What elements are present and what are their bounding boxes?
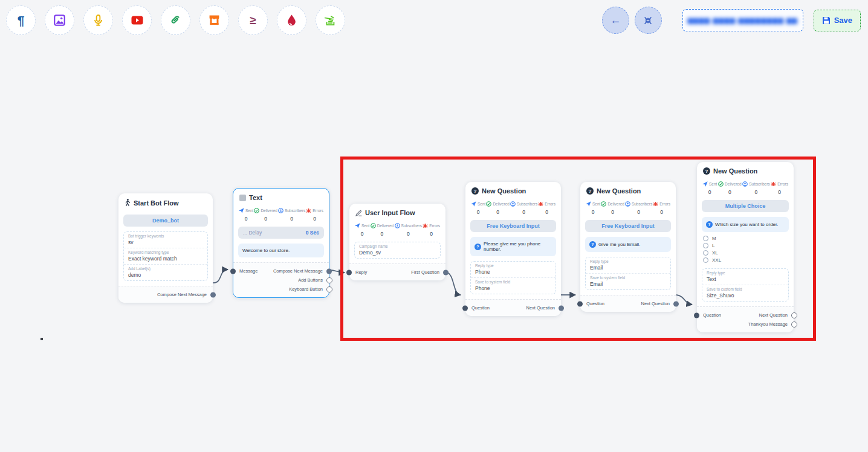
- save-label: Save: [834, 16, 852, 25]
- reply-type-button[interactable]: Free Keyboard Input: [470, 220, 556, 232]
- option-xl[interactable]: XL: [703, 249, 788, 256]
- condition-element-button[interactable]: ≥: [238, 5, 268, 35]
- delay-setting[interactable]: ... Delay 0 Sec: [238, 227, 324, 239]
- question-preview[interactable]: ? Which size you want to order.: [702, 217, 789, 232]
- back-button[interactable]: ←: [602, 7, 629, 34]
- node-title: New Question: [713, 167, 757, 175]
- output-port-compose-next-message[interactable]: [326, 268, 332, 274]
- node-header: Start Bot Flow: [118, 193, 213, 210]
- field-reply-type[interactable]: Reply type Email: [586, 257, 670, 273]
- sent-icon: [702, 181, 708, 187]
- output-label: Keyboard Button: [289, 286, 323, 292]
- file-element-button[interactable]: [161, 5, 190, 35]
- node-title: New Question: [482, 187, 526, 195]
- drip-element-button[interactable]: [277, 5, 306, 35]
- sent-icon: [471, 201, 476, 207]
- node-question-phone[interactable]: ? New Question Sent 0 Delivered 0 Subscr…: [465, 182, 561, 316]
- stats-row: Sent 0 Delivered 0 Subscribers 0 Errors …: [349, 219, 445, 237]
- start-fields: Bot trigger keywords sv Keyword matching…: [123, 231, 208, 281]
- field-add-labels[interactable]: Add Label(s) demo: [124, 264, 207, 280]
- field-save-to-system-field[interactable]: Save to system field Phone: [471, 277, 555, 294]
- text-element-button[interactable]: ¶: [6, 5, 36, 35]
- question-preview[interactable]: ? Give me you Email.: [585, 237, 671, 252]
- node-question-email[interactable]: ? New Question Sent 0 Delivered 0 Subscr…: [580, 182, 676, 312]
- input-label: Question: [703, 312, 721, 318]
- video-element-button[interactable]: [122, 5, 152, 35]
- flow-canvas[interactable]: Start Bot Flow Demo_bot Bot trigger keyw…: [0, 0, 868, 452]
- input-port-question[interactable]: [577, 301, 583, 306]
- field-bot-trigger-keywords[interactable]: Bot trigger keywords sv: [124, 232, 207, 248]
- field-reply-type[interactable]: Reply type Phone: [471, 262, 555, 277]
- output-port-thankyou-message[interactable]: [791, 321, 797, 328]
- node-footer: Reply First Question: [349, 263, 445, 280]
- walking-person-icon: [125, 199, 131, 207]
- node-header: User Input Flow: [349, 204, 445, 219]
- node-footer: Compose Next Message: [118, 286, 213, 303]
- input-port-question[interactable]: [694, 312, 699, 318]
- errors-icon: [538, 201, 543, 207]
- audio-element-button[interactable]: [83, 5, 113, 35]
- node-start-bot-flow[interactable]: Start Bot Flow Demo_bot Bot trigger keyw…: [118, 193, 213, 303]
- ecommerce-element-button[interactable]: [199, 5, 229, 35]
- stats-row: Sent 0 Delivered 0 Subscribers 0 Errors …: [465, 198, 561, 215]
- reply-type-button[interactable]: Free Keyboard Input: [585, 220, 671, 232]
- radio-icon[interactable]: [703, 236, 708, 241]
- reply-type-button[interactable]: Multiple Choice: [702, 200, 789, 212]
- paperclip-icon: [170, 15, 181, 26]
- option-m[interactable]: M: [703, 234, 788, 242]
- output-port-keyboard-button[interactable]: [326, 286, 332, 292]
- save-button[interactable]: Save: [814, 10, 861, 31]
- radio-icon[interactable]: [703, 257, 708, 263]
- question-icon: ?: [703, 167, 710, 175]
- errors-icon: [423, 223, 428, 228]
- errors-icon: [771, 181, 776, 187]
- output-port-next-question[interactable]: [791, 312, 797, 318]
- delivered-icon: [718, 181, 724, 187]
- output-port-compose-next-message[interactable]: [210, 292, 216, 297]
- input-label: Reply: [355, 270, 367, 275]
- message-preview[interactable]: Welcome to our store.: [238, 244, 324, 257]
- output-label: Next Question: [526, 305, 555, 311]
- field-reply-type[interactable]: Reply type Text: [702, 269, 788, 285]
- stats-row: Sent 0 Delivered 0 Subscribers 0 Errors …: [580, 198, 676, 215]
- output-label: Thankyou Message: [748, 321, 788, 327]
- option-l[interactable]: L: [703, 242, 788, 249]
- element-toolbar: ¶ ≥: [6, 5, 345, 35]
- field-save-to-custom-field[interactable]: Save to custom field Size_Shuvo: [702, 285, 788, 301]
- option-xxl[interactable]: XXL: [703, 256, 788, 263]
- sent-count: 0: [245, 216, 248, 222]
- radio-icon[interactable]: [703, 243, 708, 248]
- radio-icon[interactable]: [703, 250, 708, 256]
- node-header: Text: [233, 189, 329, 204]
- output-port-add-buttons[interactable]: [326, 277, 332, 283]
- question-icon: ?: [471, 187, 479, 195]
- field-keyword-matching-type[interactable]: Keyword matching type Exact keyword matc…: [124, 248, 207, 264]
- bot-name-button[interactable]: Demo_bot: [123, 215, 208, 227]
- sequence-element-button[interactable]: [316, 5, 345, 35]
- field-campaign-name[interactable]: Campaign name Demo_sv: [355, 242, 440, 258]
- connector-line: [213, 270, 228, 283]
- fit-view-button[interactable]: [635, 7, 662, 34]
- stats-row: Sent 0 Delivered 0 Subscribers 0 Errors …: [697, 178, 794, 195]
- question-fields: Reply type Phone Save to system field Ph…: [470, 261, 556, 294]
- question-fields: Reply type Email Save to system field Em…: [585, 257, 671, 290]
- input-port-question[interactable]: [462, 305, 468, 311]
- input-port-reply[interactable]: [346, 270, 352, 275]
- input-port-message[interactable]: [230, 268, 236, 274]
- node-user-input-flow[interactable]: User Input Flow Sent 0 Delivered 0 Subsc…: [349, 204, 445, 280]
- node-question-size[interactable]: ? New Question Sent 0 Delivered 0 Subscr…: [697, 162, 794, 332]
- field-save-to-system-field[interactable]: Save to system field Email: [586, 273, 670, 289]
- image-element-button[interactable]: [45, 5, 74, 35]
- output-port-first-question[interactable]: [443, 270, 449, 275]
- output-port-next-question[interactable]: [559, 305, 564, 311]
- node-text-message[interactable]: Text Sent 0 Delivered 0 Subscribers 0 Er…: [233, 188, 329, 298]
- question-icon: ?: [706, 221, 713, 228]
- output-port-next-question[interactable]: [673, 301, 679, 306]
- question-preview[interactable]: ? Please give me you phone number.: [470, 237, 556, 256]
- save-icon: [822, 16, 831, 25]
- subscribers-icon: [395, 223, 400, 228]
- delivered-icon: [601, 201, 606, 207]
- node-header: ? New Question: [465, 182, 561, 198]
- subscribers-count: 0: [290, 216, 293, 222]
- flow-name-input[interactable]: ▆▆▆▆ ▆▆▆▆ ▆▆▆▆▆▆▆▆ ▆▆: [682, 9, 803, 31]
